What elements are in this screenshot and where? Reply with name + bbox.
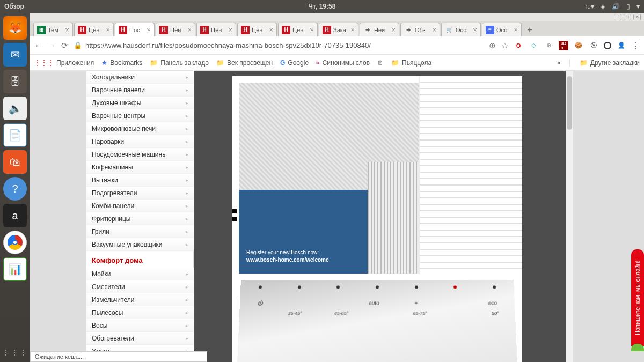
browser-tab[interactable]: HЦен× bbox=[278, 23, 318, 36]
files-icon[interactable]: 🗄 bbox=[3, 70, 27, 93]
favicon: H bbox=[282, 26, 290, 34]
category-item[interactable]: Измельчители▸ bbox=[86, 293, 194, 306]
browser-tab[interactable]: ≡Осо× bbox=[482, 23, 522, 36]
browser-tab[interactable]: ➜Обз× bbox=[400, 23, 440, 36]
activity-label[interactable]: Обзор bbox=[4, 3, 24, 10]
libreoffice-writer-icon[interactable]: 📄 bbox=[3, 123, 27, 147]
address-bar[interactable]: 🔒 https://www.hausdorf.ru/files/posudomo… bbox=[74, 41, 484, 49]
bookmark-file[interactable]: 🗎 bbox=[377, 59, 384, 67]
search-in-page-icon[interactable]: ⊕ bbox=[489, 41, 496, 50]
rhythmbox-icon[interactable]: 🔈 bbox=[3, 97, 27, 120]
tab-close-icon[interactable]: × bbox=[187, 26, 192, 34]
scrollbar[interactable] bbox=[566, 71, 573, 362]
bookmark-piazzolla[interactable]: 📁Пьяццола bbox=[391, 59, 431, 67]
category-item[interactable]: Варочные панели▸ bbox=[86, 84, 194, 97]
star-icon[interactable]: ☆ bbox=[501, 41, 508, 50]
thunderbird-icon[interactable]: ✉ bbox=[3, 43, 27, 67]
other-bookmarks[interactable]: 📁Другие закладки bbox=[580, 59, 640, 67]
tab-close-icon[interactable]: × bbox=[106, 26, 110, 34]
software-icon[interactable]: 🛍 bbox=[3, 150, 27, 174]
forward-button[interactable]: → bbox=[48, 41, 56, 50]
bookmark-panel[interactable]: 📁Панель закладо bbox=[150, 59, 209, 67]
browser-tab[interactable]: HЗака× bbox=[319, 23, 358, 36]
show-apps-icon[interactable]: ⋮⋮⋮ bbox=[2, 348, 28, 357]
bookmarks-overflow[interactable]: » bbox=[557, 59, 561, 67]
category-item[interactable]: Пылесосы▸ bbox=[86, 306, 194, 319]
tab-close-icon[interactable]: × bbox=[310, 26, 314, 34]
feedback-tab[interactable]: Напишите нам, мы онлайн! bbox=[631, 249, 644, 346]
ext-vim-icon[interactable]: Ⓥ bbox=[589, 41, 598, 50]
browser-tab[interactable]: HЦен× bbox=[74, 23, 114, 36]
reload-button[interactable]: ⟳ bbox=[61, 41, 68, 50]
tab-close-icon[interactable]: × bbox=[65, 26, 69, 34]
clock[interactable]: Чт, 19:58 bbox=[309, 3, 336, 10]
category-item[interactable]: Варочные центры▸ bbox=[86, 109, 194, 122]
bookmark-google[interactable]: GGoogle bbox=[280, 59, 309, 67]
selection-handle[interactable] bbox=[232, 217, 237, 221]
new-tab-button[interactable]: + bbox=[523, 24, 537, 36]
close-button[interactable]: ✕ bbox=[633, 14, 641, 20]
back-button[interactable]: ← bbox=[34, 41, 42, 50]
tab-close-icon[interactable]: × bbox=[432, 26, 436, 34]
bookmark-bookmarks[interactable]: ★Bookmarks bbox=[101, 59, 142, 67]
gutter-left bbox=[30, 71, 86, 362]
apps-button[interactable]: ⋮⋮⋮Приложения bbox=[34, 59, 94, 67]
tab-close-icon[interactable]: × bbox=[269, 26, 273, 34]
ext-opera-icon[interactable]: O bbox=[514, 41, 523, 50]
category-item[interactable]: Холодильники▸ bbox=[86, 71, 194, 84]
register-box: Register your new Bosch now: www.bosch-h… bbox=[239, 190, 368, 274]
ext-circle-icon[interactable] bbox=[604, 42, 611, 49]
category-item[interactable]: Мойки▸ bbox=[86, 268, 194, 280]
ext-drop-icon[interactable]: ◇ bbox=[529, 41, 538, 50]
scroll-thumb[interactable] bbox=[567, 76, 572, 130]
tab-close-icon[interactable]: × bbox=[391, 26, 396, 34]
category-item[interactable]: Кофемашины▸ bbox=[86, 161, 194, 174]
browser-tab[interactable]: HЦен× bbox=[196, 23, 236, 36]
browser-tab[interactable]: 🛒Осо× bbox=[441, 23, 481, 36]
sound-icon[interactable]: 🔊 bbox=[612, 3, 620, 10]
lang-indicator[interactable]: ru ▾ bbox=[585, 3, 594, 10]
category-item[interactable]: Вытяжки▸ bbox=[86, 174, 194, 187]
category-item[interactable]: Подогреватели▸ bbox=[86, 187, 194, 200]
bookmark-synonyms[interactable]: ≈Синонимы слов bbox=[316, 59, 370, 67]
chrome-icon[interactable] bbox=[3, 231, 27, 254]
category-item[interactable]: Обогреватели▸ bbox=[86, 332, 194, 345]
category-item[interactable]: Вакуумные упаковщики▸ bbox=[86, 238, 194, 251]
menu-icon[interactable]: ⋮ bbox=[632, 41, 640, 50]
category-item[interactable]: Посудомоечные машины▸ bbox=[86, 148, 194, 161]
pdf-viewer[interactable]: Register your new Bosch now: www.bosch-h… bbox=[194, 71, 573, 362]
ext-globe-icon[interactable]: ⊕ bbox=[544, 41, 553, 50]
minimize-button[interactable]: ─ bbox=[614, 14, 621, 20]
category-item[interactable]: Пароварки▸ bbox=[86, 135, 194, 148]
avatar-icon[interactable]: 👤 bbox=[617, 41, 626, 50]
tab-close-icon[interactable]: × bbox=[473, 26, 477, 34]
category-item[interactable]: Грили▸ bbox=[86, 225, 194, 238]
category-item[interactable]: Фритюрницы▸ bbox=[86, 212, 194, 225]
maximize-button[interactable]: □ bbox=[624, 14, 631, 20]
system-menu-icon[interactable]: ▾ bbox=[636, 3, 640, 10]
category-item[interactable]: Смесители▸ bbox=[86, 280, 194, 293]
wifi-icon[interactable]: ◈ bbox=[601, 3, 605, 10]
browser-tab[interactable]: HЦен× bbox=[237, 23, 277, 36]
selection-handle[interactable] bbox=[232, 209, 237, 213]
help-icon[interactable]: ? bbox=[3, 177, 27, 201]
category-item[interactable]: Духовые шкафы▸ bbox=[86, 97, 194, 109]
bookmark-vek[interactable]: 📁Век просвещен bbox=[216, 59, 273, 67]
battery-icon[interactable]: ▯ bbox=[626, 3, 630, 10]
tab-close-icon[interactable]: × bbox=[514, 26, 518, 34]
ext-ublock-icon[interactable]: uB8 bbox=[559, 41, 568, 50]
libreoffice-calc-icon[interactable]: 📊 bbox=[3, 257, 27, 281]
browser-tab[interactable]: ⊞Тем× bbox=[33, 23, 73, 36]
category-item[interactable]: Весы▸ bbox=[86, 319, 194, 332]
tab-close-icon[interactable]: × bbox=[350, 26, 355, 34]
browser-tab[interactable]: HПос× bbox=[115, 23, 155, 36]
category-item[interactable]: Микроволновые печи▸ bbox=[86, 122, 194, 135]
browser-tab[interactable]: HЦен× bbox=[156, 23, 195, 36]
firefox-icon[interactable]: 🦊 bbox=[3, 16, 27, 40]
tab-close-icon[interactable]: × bbox=[228, 26, 232, 34]
tab-close-icon[interactable]: × bbox=[147, 26, 151, 34]
category-item[interactable]: Комби-панели▸ bbox=[86, 200, 194, 212]
browser-tab[interactable]: ➜Неи× bbox=[360, 23, 399, 36]
ext-cookie-icon[interactable]: 🍪 bbox=[574, 41, 583, 50]
amazon-icon[interactable]: a bbox=[3, 204, 27, 227]
